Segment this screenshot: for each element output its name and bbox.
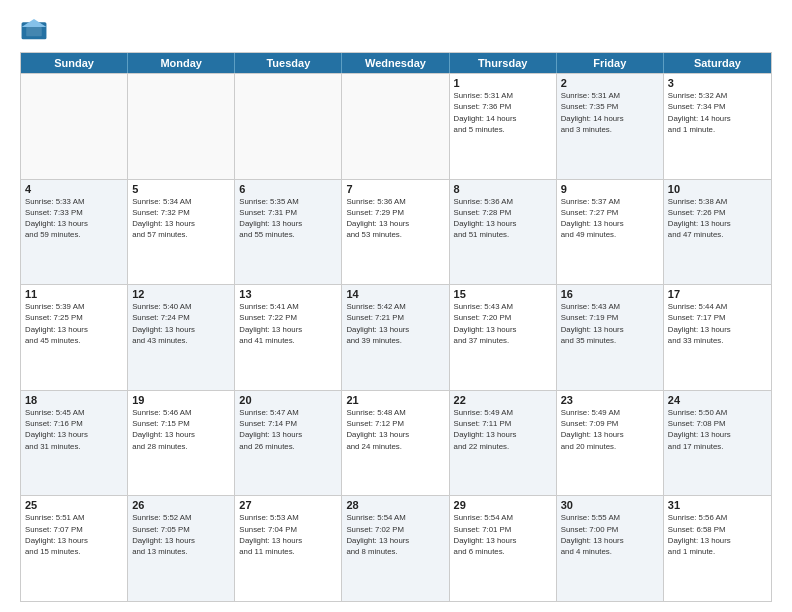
day-number: 18: [25, 394, 123, 406]
sunrise-info: Sunrise: 5:37 AM: [561, 196, 659, 207]
day-number: 5: [132, 183, 230, 195]
day-info: Sunrise: 5:43 AMSunset: 7:20 PMDaylight:…: [454, 301, 552, 346]
sunset-info: Sunset: 7:09 PM: [561, 418, 659, 429]
sunset-info: Sunset: 7:25 PM: [25, 312, 123, 323]
calendar-cell: 2Sunrise: 5:31 AMSunset: 7:35 PMDaylight…: [557, 74, 664, 179]
sunset-info: Sunset: 7:00 PM: [561, 524, 659, 535]
sunset-info: Sunset: 7:08 PM: [668, 418, 767, 429]
calendar-cell: 14Sunrise: 5:42 AMSunset: 7:21 PMDayligh…: [342, 285, 449, 390]
calendar-cell: 22Sunrise: 5:49 AMSunset: 7:11 PMDayligh…: [450, 391, 557, 496]
day-info: Sunrise: 5:46 AMSunset: 7:15 PMDaylight:…: [132, 407, 230, 452]
calendar-cell: 13Sunrise: 5:41 AMSunset: 7:22 PMDayligh…: [235, 285, 342, 390]
daylight-info: Daylight: 13 hours: [346, 218, 444, 229]
day-info: Sunrise: 5:37 AMSunset: 7:27 PMDaylight:…: [561, 196, 659, 241]
sunrise-info: Sunrise: 5:43 AM: [561, 301, 659, 312]
day-number: 14: [346, 288, 444, 300]
calendar-cell: 3Sunrise: 5:32 AMSunset: 7:34 PMDaylight…: [664, 74, 771, 179]
sunset-info: Sunset: 7:15 PM: [132, 418, 230, 429]
daylight-info: and 1 minute.: [668, 546, 767, 557]
logo-area: [20, 16, 52, 44]
day-number: 24: [668, 394, 767, 406]
day-number: 12: [132, 288, 230, 300]
day-number: 3: [668, 77, 767, 89]
daylight-info: Daylight: 13 hours: [668, 324, 767, 335]
sunrise-info: Sunrise: 5:31 AM: [454, 90, 552, 101]
daylight-info: Daylight: 13 hours: [25, 218, 123, 229]
calendar-cell: 4Sunrise: 5:33 AMSunset: 7:33 PMDaylight…: [21, 180, 128, 285]
day-info: Sunrise: 5:40 AMSunset: 7:24 PMDaylight:…: [132, 301, 230, 346]
calendar-cell: [128, 74, 235, 179]
sunrise-info: Sunrise: 5:41 AM: [239, 301, 337, 312]
daylight-info: Daylight: 13 hours: [346, 535, 444, 546]
calendar-cell: [21, 74, 128, 179]
daylight-info: Daylight: 13 hours: [132, 324, 230, 335]
day-info: Sunrise: 5:48 AMSunset: 7:12 PMDaylight:…: [346, 407, 444, 452]
calendar-row-2: 4Sunrise: 5:33 AMSunset: 7:33 PMDaylight…: [21, 179, 771, 285]
day-number: 30: [561, 499, 659, 511]
daylight-info: Daylight: 13 hours: [454, 535, 552, 546]
sunset-info: Sunset: 7:11 PM: [454, 418, 552, 429]
daylight-info: Daylight: 13 hours: [132, 218, 230, 229]
day-info: Sunrise: 5:31 AMSunset: 7:35 PMDaylight:…: [561, 90, 659, 135]
calendar-cell: 5Sunrise: 5:34 AMSunset: 7:32 PMDaylight…: [128, 180, 235, 285]
day-info: Sunrise: 5:54 AMSunset: 7:02 PMDaylight:…: [346, 512, 444, 557]
sunset-info: Sunset: 7:31 PM: [239, 207, 337, 218]
daylight-info: and 57 minutes.: [132, 229, 230, 240]
calendar-cell: 16Sunrise: 5:43 AMSunset: 7:19 PMDayligh…: [557, 285, 664, 390]
sunset-info: Sunset: 7:19 PM: [561, 312, 659, 323]
day-number: 26: [132, 499, 230, 511]
day-number: 13: [239, 288, 337, 300]
sunrise-info: Sunrise: 5:48 AM: [346, 407, 444, 418]
day-number: 29: [454, 499, 552, 511]
weekday-header-thursday: Thursday: [450, 53, 557, 73]
sunset-info: Sunset: 7:04 PM: [239, 524, 337, 535]
sunrise-info: Sunrise: 5:44 AM: [668, 301, 767, 312]
day-number: 28: [346, 499, 444, 511]
day-number: 2: [561, 77, 659, 89]
daylight-info: and 24 minutes.: [346, 441, 444, 452]
sunrise-info: Sunrise: 5:52 AM: [132, 512, 230, 523]
sunset-info: Sunset: 7:01 PM: [454, 524, 552, 535]
sunrise-info: Sunrise: 5:32 AM: [668, 90, 767, 101]
daylight-info: Daylight: 13 hours: [454, 429, 552, 440]
daylight-info: and 1 minute.: [668, 124, 767, 135]
weekday-header-tuesday: Tuesday: [235, 53, 342, 73]
daylight-info: Daylight: 13 hours: [239, 429, 337, 440]
day-number: 22: [454, 394, 552, 406]
day-info: Sunrise: 5:38 AMSunset: 7:26 PMDaylight:…: [668, 196, 767, 241]
day-number: 20: [239, 394, 337, 406]
calendar-cell: 28Sunrise: 5:54 AMSunset: 7:02 PMDayligh…: [342, 496, 449, 601]
sunrise-info: Sunrise: 5:36 AM: [454, 196, 552, 207]
sunset-info: Sunset: 7:32 PM: [132, 207, 230, 218]
sunset-info: Sunset: 7:36 PM: [454, 101, 552, 112]
daylight-info: and 49 minutes.: [561, 229, 659, 240]
sunset-info: Sunset: 7:14 PM: [239, 418, 337, 429]
daylight-info: and 39 minutes.: [346, 335, 444, 346]
day-info: Sunrise: 5:39 AMSunset: 7:25 PMDaylight:…: [25, 301, 123, 346]
calendar-cell: 7Sunrise: 5:36 AMSunset: 7:29 PMDaylight…: [342, 180, 449, 285]
calendar-row-3: 11Sunrise: 5:39 AMSunset: 7:25 PMDayligh…: [21, 284, 771, 390]
header: [20, 16, 772, 44]
calendar-cell: 24Sunrise: 5:50 AMSunset: 7:08 PMDayligh…: [664, 391, 771, 496]
calendar-row-1: 1Sunrise: 5:31 AMSunset: 7:36 PMDaylight…: [21, 73, 771, 179]
sunrise-info: Sunrise: 5:49 AM: [454, 407, 552, 418]
daylight-info: Daylight: 13 hours: [239, 218, 337, 229]
daylight-info: and 26 minutes.: [239, 441, 337, 452]
day-info: Sunrise: 5:42 AMSunset: 7:21 PMDaylight:…: [346, 301, 444, 346]
daylight-info: Daylight: 13 hours: [25, 429, 123, 440]
calendar-cell: 23Sunrise: 5:49 AMSunset: 7:09 PMDayligh…: [557, 391, 664, 496]
daylight-info: and 35 minutes.: [561, 335, 659, 346]
sunset-info: Sunset: 7:35 PM: [561, 101, 659, 112]
weekday-header-monday: Monday: [128, 53, 235, 73]
day-info: Sunrise: 5:34 AMSunset: 7:32 PMDaylight:…: [132, 196, 230, 241]
daylight-info: Daylight: 13 hours: [239, 535, 337, 546]
calendar-cell: 10Sunrise: 5:38 AMSunset: 7:26 PMDayligh…: [664, 180, 771, 285]
day-number: 7: [346, 183, 444, 195]
sunset-info: Sunset: 7:26 PM: [668, 207, 767, 218]
daylight-info: Daylight: 13 hours: [561, 324, 659, 335]
day-number: 10: [668, 183, 767, 195]
day-number: 17: [668, 288, 767, 300]
daylight-info: Daylight: 14 hours: [561, 113, 659, 124]
calendar-cell: 8Sunrise: 5:36 AMSunset: 7:28 PMDaylight…: [450, 180, 557, 285]
calendar-cell: 1Sunrise: 5:31 AMSunset: 7:36 PMDaylight…: [450, 74, 557, 179]
